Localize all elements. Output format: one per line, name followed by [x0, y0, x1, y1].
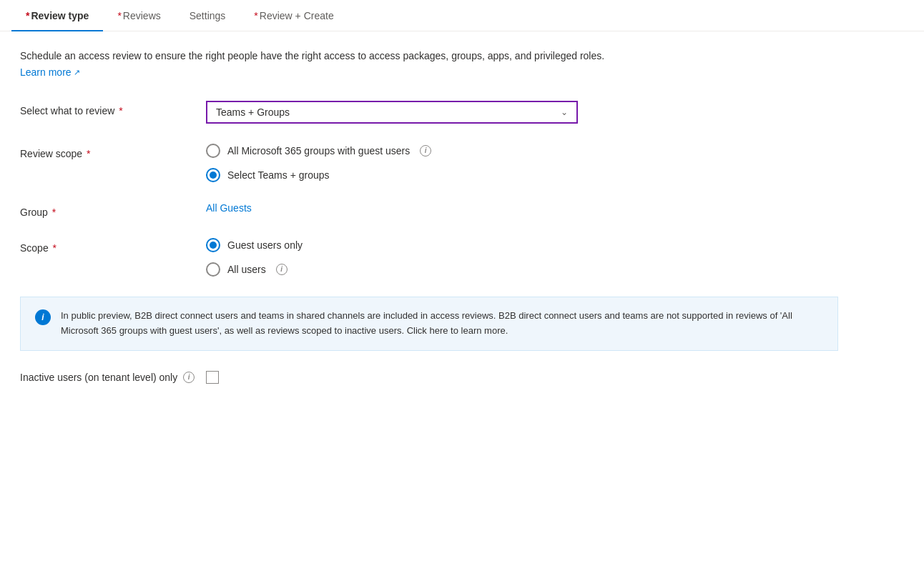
info-icon-all-m365[interactable]: i	[420, 145, 431, 157]
required-star: *	[26, 10, 29, 21]
scope-label: Scope *	[20, 238, 177, 254]
radio-label-guest-only: Guest users only	[227, 239, 303, 251]
group-control: All Guests	[206, 202, 635, 214]
tab-settings[interactable]: Settings	[175, 0, 240, 31]
radio-circle-select-teams	[206, 168, 220, 182]
radio-circle-guest-only	[206, 238, 220, 252]
select-what-to-review-control: Teams + Groups ⌄	[206, 101, 635, 124]
external-link-icon: ↗	[74, 68, 80, 77]
inactive-users-row: Inactive users (on tenant level) only i	[20, 371, 838, 384]
inactive-users-label: Inactive users (on tenant level) only i	[20, 372, 195, 383]
description-text: Schedule an access review to ensure the …	[20, 49, 838, 64]
select-what-to-review-row: Select what to review * Teams + Groups ⌄	[20, 101, 838, 124]
tab-review-create[interactable]: *Review + Create	[240, 0, 348, 31]
tab-review-type[interactable]: *Review type	[11, 0, 103, 31]
radio-circle-all-m365	[206, 144, 220, 158]
chevron-down-icon: ⌄	[561, 107, 568, 117]
radio-label-all-m365: All Microsoft 365 groups with guest user…	[227, 145, 410, 157]
scope-radio-group: Guest users only All users i	[206, 238, 635, 277]
info-banner: i In public preview, B2B direct connect …	[20, 297, 838, 351]
group-label: Group *	[20, 202, 177, 218]
all-guests-link[interactable]: All Guests	[206, 202, 252, 214]
info-icon-inactive-users[interactable]: i	[183, 372, 195, 383]
select-what-to-review-label: Select what to review *	[20, 101, 177, 116]
info-icon-all-users[interactable]: i	[276, 264, 287, 275]
scope-row: Scope * Guest users only All users i	[20, 238, 838, 277]
inactive-users-checkbox[interactable]	[206, 371, 219, 384]
radio-all-users[interactable]: All users i	[206, 262, 635, 277]
group-row: Group * All Guests	[20, 202, 838, 218]
tab-navigation: *Review type *Reviews Settings *Review +…	[0, 0, 924, 31]
review-scope-row: Review scope * All Microsoft 365 groups …	[20, 144, 838, 182]
radio-label-all-users: All users	[227, 264, 266, 275]
main-content: Schedule an access review to ensure the …	[0, 31, 858, 401]
radio-label-select-teams: Select Teams + groups	[227, 169, 330, 181]
form-section: Select what to review * Teams + Groups ⌄…	[20, 101, 838, 384]
info-banner-icon: i	[35, 309, 51, 325]
info-banner-text: In public preview, B2B direct connect us…	[61, 309, 823, 339]
learn-more-link[interactable]: Learn more ↗	[20, 66, 80, 78]
required-star: *	[254, 10, 257, 21]
scope-control: Guest users only All users i	[206, 238, 635, 277]
select-what-to-review-dropdown[interactable]: Teams + Groups ⌄	[206, 101, 578, 124]
tab-reviews[interactable]: *Reviews	[103, 0, 175, 31]
review-scope-radio-group: All Microsoft 365 groups with guest user…	[206, 144, 635, 182]
review-scope-label: Review scope *	[20, 144, 177, 159]
review-scope-control: All Microsoft 365 groups with guest user…	[206, 144, 635, 182]
radio-circle-all-users	[206, 262, 220, 277]
required-star: *	[117, 10, 121, 21]
radio-select-teams[interactable]: Select Teams + groups	[206, 168, 635, 182]
radio-all-m365[interactable]: All Microsoft 365 groups with guest user…	[206, 144, 635, 158]
radio-guest-only[interactable]: Guest users only	[206, 238, 635, 252]
